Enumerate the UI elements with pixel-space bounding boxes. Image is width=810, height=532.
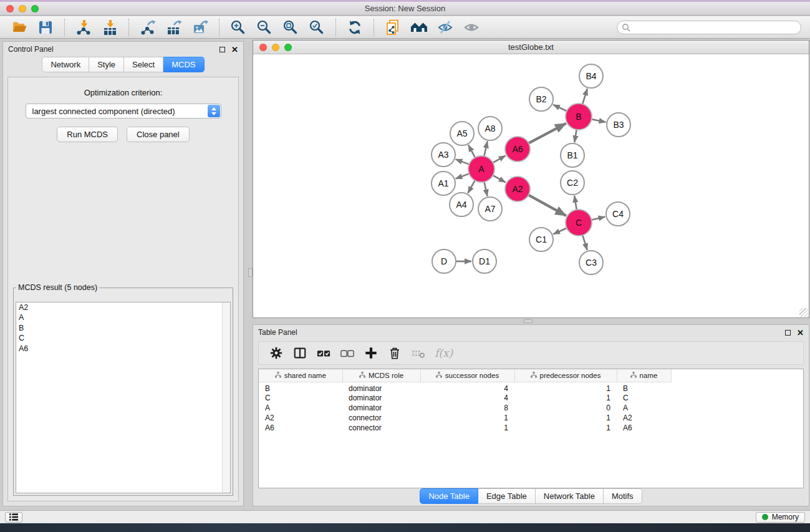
- table-cell[interactable]: C: [617, 393, 671, 403]
- column-header[interactable]: MCDS role: [342, 369, 420, 382]
- network-graph[interactable]: B4B2BB3A8A5A6B1A3AC2A1A2A4A7C4CC1C3DD1: [254, 55, 808, 317]
- float-panel-icon[interactable]: [219, 47, 225, 52]
- graph-edge[interactable]: [456, 159, 470, 165]
- table-cell[interactable]: 1: [514, 413, 617, 423]
- tab-mcds[interactable]: MCDS: [163, 57, 204, 72]
- tab-node-table[interactable]: Node Table: [420, 488, 478, 504]
- table-cell[interactable]: dominator: [342, 393, 420, 403]
- graph-edge[interactable]: [574, 196, 577, 211]
- table-cell[interactable]: dominator: [342, 382, 420, 393]
- zoom-out-button[interactable]: [254, 18, 275, 37]
- graph-edge[interactable]: [484, 142, 487, 157]
- zoom-selected-button[interactable]: [306, 18, 327, 37]
- mcds-result-item[interactable]: A6: [16, 344, 230, 354]
- graph-edge[interactable]: [553, 105, 567, 112]
- graph-edge[interactable]: [493, 156, 506, 163]
- criterion-select[interactable]: largest connected component (directed): [26, 104, 221, 118]
- create-column-button[interactable]: [361, 344, 381, 362]
- splitter-grip[interactable]: [248, 268, 253, 277]
- table-cell[interactable]: 1: [514, 393, 617, 403]
- memory-button[interactable]: Memory: [756, 512, 805, 523]
- table-row[interactable]: Bdominator41B: [259, 382, 671, 393]
- column-header[interactable]: name: [617, 369, 671, 382]
- graph-edge[interactable]: [582, 235, 587, 250]
- scrollbar-track[interactable]: [222, 302, 230, 493]
- export-table-button[interactable]: [163, 18, 185, 37]
- show-columns-button[interactable]: [290, 344, 310, 362]
- close-panel-icon[interactable]: ✕: [797, 329, 804, 337]
- table-cell[interactable]: C: [259, 393, 342, 403]
- table-row[interactable]: Adominator80A: [259, 403, 671, 413]
- task-history-button[interactable]: [5, 512, 22, 523]
- graph-edge[interactable]: [493, 175, 506, 183]
- zoom-fit-button[interactable]: [280, 18, 301, 37]
- float-panel-icon[interactable]: [785, 330, 791, 336]
- function-builder-button[interactable]: f(x): [435, 347, 453, 359]
- column-header[interactable]: shared name: [259, 369, 342, 382]
- column-header[interactable]: predecessor nodes: [514, 369, 617, 382]
- graph-edge[interactable]: [528, 123, 566, 143]
- mcds-result-item[interactable]: B: [16, 323, 230, 333]
- table-cell[interactable]: 8: [420, 403, 514, 413]
- mcds-result-list[interactable]: A2ABCA6: [16, 302, 231, 493]
- mcds-result-item[interactable]: A2: [16, 302, 230, 312]
- table-row[interactable]: A6connector11A6: [259, 423, 671, 433]
- graph-edge[interactable]: [468, 145, 475, 158]
- search-input[interactable]: [634, 21, 796, 34]
- table-cell[interactable]: A6: [617, 423, 671, 433]
- table-cell[interactable]: A6: [259, 423, 342, 433]
- save-session-button[interactable]: [35, 18, 56, 37]
- import-network-button[interactable]: [73, 18, 94, 37]
- table-cell[interactable]: 1: [514, 423, 617, 433]
- tab-style[interactable]: Style: [89, 57, 124, 72]
- mcds-result-item[interactable]: A: [16, 312, 230, 322]
- graph-edge[interactable]: [574, 129, 577, 143]
- tab-network-table[interactable]: Network Table: [536, 488, 604, 504]
- graph-edge[interactable]: [528, 195, 566, 216]
- graph-edge[interactable]: [456, 173, 470, 179]
- delete-table-button[interactable]: [408, 344, 428, 362]
- hide-selected-button[interactable]: [435, 18, 456, 37]
- graph-edge[interactable]: [468, 180, 475, 193]
- column-header[interactable]: successor nodes: [420, 369, 514, 382]
- export-image-button[interactable]: [190, 18, 211, 37]
- table-cell[interactable]: 1: [514, 382, 617, 393]
- table-cell[interactable]: 4: [420, 382, 514, 393]
- import-table-button[interactable]: [99, 18, 120, 37]
- table-cell[interactable]: connector: [342, 423, 420, 433]
- table-cell[interactable]: A: [617, 403, 671, 413]
- table-row[interactable]: Cdominator41C: [259, 393, 671, 403]
- close-panel-button[interactable]: Close panel: [127, 127, 190, 142]
- table-cell[interactable]: 1: [420, 413, 514, 423]
- splitter-grip[interactable]: [524, 319, 533, 323]
- export-network-button[interactable]: [137, 18, 158, 37]
- graph-edge[interactable]: [484, 181, 487, 196]
- deselect-all-rows-button[interactable]: [337, 344, 357, 362]
- table-cell[interactable]: dominator: [342, 403, 420, 413]
- tab-network[interactable]: Network: [42, 57, 89, 72]
- open-session-button[interactable]: [9, 18, 30, 37]
- table-cell[interactable]: A2: [259, 413, 342, 423]
- network-canvas[interactable]: B4B2BB3A8A5A6B1A3AC2A1A2A4A7C4CC1C3DD1: [254, 55, 808, 317]
- tab-select[interactable]: Select: [124, 57, 163, 72]
- table-cell[interactable]: A: [259, 403, 342, 413]
- table-cell[interactable]: B: [259, 382, 342, 393]
- mcds-result-item[interactable]: C: [16, 333, 230, 343]
- refresh-button[interactable]: [344, 18, 365, 37]
- table-cell[interactable]: B: [617, 382, 671, 393]
- table-cell[interactable]: 4: [420, 393, 514, 403]
- table-row[interactable]: A2connector11A2: [259, 413, 671, 423]
- graph-edge[interactable]: [582, 89, 587, 105]
- select-all-rows-button[interactable]: [314, 344, 334, 362]
- node-table-grid[interactable]: shared nameMCDS rolesuccessor nodesprede…: [259, 369, 672, 433]
- graph-edge[interactable]: [553, 228, 567, 234]
- tab-edge-table[interactable]: Edge Table: [478, 488, 536, 504]
- graph-edge[interactable]: [591, 217, 605, 220]
- table-cell[interactable]: 1: [420, 423, 514, 433]
- table-cell[interactable]: A2: [617, 413, 671, 423]
- zoom-in-button[interactable]: [228, 18, 249, 37]
- delete-column-button[interactable]: [385, 344, 405, 362]
- new-network-from-selection-button[interactable]: [382, 18, 403, 37]
- close-panel-icon[interactable]: ✕: [231, 46, 238, 54]
- first-neighbors-button[interactable]: [408, 18, 430, 37]
